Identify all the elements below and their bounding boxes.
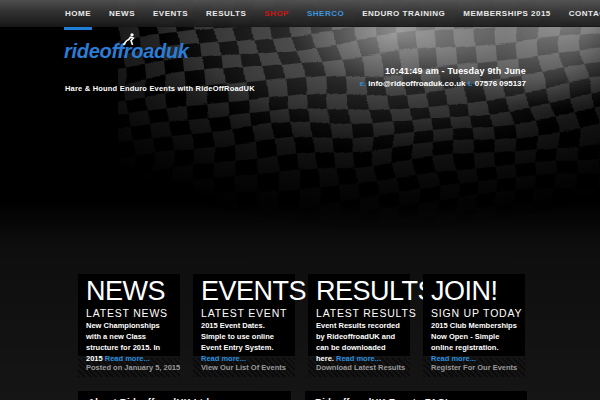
nav-item-home[interactable]: HOME [56, 0, 100, 26]
contact-line: e. info@rideoffroaduk.co.uk t. 07576 095… [359, 79, 526, 88]
widget-news: NEWS LATEST NEWS New Championships with … [78, 274, 180, 377]
widget-join-text: 2015 Club Memberships Now Open - Simple … [431, 321, 517, 352]
widget-join: JOIN! SIGN UP TODAY 2015 Club Membership… [423, 274, 525, 377]
checkered-flag-background [118, 0, 600, 255]
phone-number: 07576 095137 [475, 79, 526, 88]
top-navbar: HOME NEWS EVENTS RESULTS SHOP SHERCO END… [0, 0, 600, 27]
widget-news-subtitle: LATEST NEWS [86, 307, 172, 319]
widget-events-box: EVENTS LATEST EVENT 2015 Event Dates. Si… [193, 274, 295, 356]
nav-item-enduro-training[interactable]: ENDURO TRAINING [353, 0, 454, 26]
footer-box-faq-title: RideoffroadUK Events FAQ's [315, 396, 517, 400]
nav-item-shop[interactable]: SHOP [255, 0, 298, 26]
widget-events-title: EVENTS [201, 278, 287, 304]
nav-item-results[interactable]: RESULTS [197, 0, 255, 26]
nav-item-sherco[interactable]: SHERCO [298, 0, 353, 26]
widget-results-footer-link[interactable]: Download Latest Results [308, 358, 410, 377]
widget-events-text: 2015 Event Dates. Simple to use online E… [201, 321, 274, 352]
widget-events: EVENTS LATEST EVENT 2015 Event Dates. Si… [193, 274, 295, 377]
header-info: 10:41:49 am - Tuesday 9th June e. info@r… [359, 66, 526, 88]
widget-events-footer-link[interactable]: View Our List Of Events [193, 358, 295, 377]
widget-join-title: JOIN! [431, 278, 517, 304]
email-prefix: e. [359, 79, 366, 88]
widget-results: RESULTS LATEST RESULTS Event Results rec… [308, 274, 410, 377]
footer-box-about-title: About RideoffroadUK Ltd [88, 396, 281, 400]
widget-row: NEWS LATEST NEWS New Championships with … [78, 274, 528, 377]
widget-join-footer-link[interactable]: Register For Our Events [423, 358, 525, 377]
nav-item-news[interactable]: NEWS [100, 0, 144, 26]
site-logo[interactable]: rideoffroaduk [64, 40, 189, 63]
widget-news-footer-link[interactable]: Posted on January 5, 2015 [78, 358, 180, 377]
phone-prefix: t. [468, 79, 473, 88]
widget-news-title: NEWS [86, 278, 172, 304]
widget-results-subtitle: LATEST RESULTS [316, 307, 402, 319]
widget-join-box: JOIN! SIGN UP TODAY 2015 Club Membership… [423, 274, 525, 356]
datetime-text: 10:41:49 am - Tuesday 9th June [359, 66, 526, 76]
widget-news-box: NEWS LATEST NEWS New Championships with … [78, 274, 180, 356]
nav-item-contact[interactable]: CONTACT [560, 0, 600, 26]
widget-join-subtitle: SIGN UP TODAY [431, 307, 517, 319]
widget-results-box: RESULTS LATEST RESULTS Event Results rec… [308, 274, 410, 356]
nav-item-memberships[interactable]: MEMBERSHIPS 2015 [454, 0, 560, 26]
widget-results-title: RESULTS [316, 278, 402, 304]
nav-item-events[interactable]: EVENTS [144, 0, 197, 26]
checkered-flag-graphic [118, 0, 600, 255]
footer-box-about: About RideoffroadUK Ltd [78, 391, 291, 400]
footer-box-faq: RideoffroadUK Events FAQ's [305, 391, 527, 400]
footer-row: About RideoffroadUK Ltd RideoffroadUK Ev… [78, 391, 527, 400]
email-link[interactable]: info@rideoffroaduk.co.uk [368, 79, 465, 88]
site-tagline: Hare & Hound Enduro Events with RideOffR… [65, 84, 255, 93]
widget-events-subtitle: LATEST EVENT [201, 307, 287, 319]
rider-icon [122, 32, 137, 47]
